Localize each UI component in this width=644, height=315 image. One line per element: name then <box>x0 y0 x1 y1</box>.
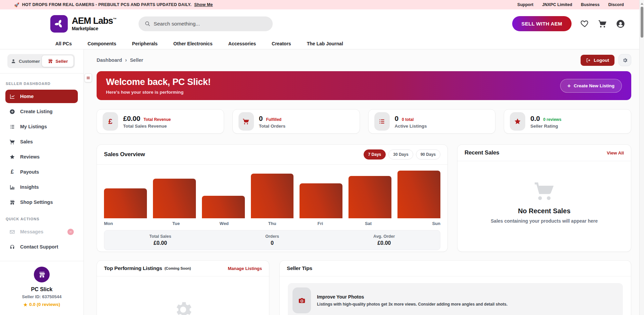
stat-value: 0 <box>395 115 398 123</box>
sidebar-item-contact-support[interactable]: Contact Support <box>5 240 78 254</box>
breadcrumb-seller[interactable]: Seller <box>130 57 143 63</box>
nav-components[interactable]: Components <box>88 41 116 46</box>
scrollbar-thumb[interactable] <box>641 7 643 38</box>
create-new-listing-button[interactable]: + Create New Listing <box>560 79 622 93</box>
plus-icon: + <box>568 83 571 89</box>
chart-bars <box>104 167 440 218</box>
divider <box>0 261 84 261</box>
chart-bar <box>153 179 196 218</box>
x-label: Fri <box>296 221 344 226</box>
search-bar[interactable] <box>139 16 273 31</box>
settings-gear-button[interactable] <box>619 54 631 66</box>
x-label: Sun <box>392 221 440 226</box>
empty-state: No Recent Sales Sales containing your pr… <box>458 161 631 224</box>
toggle-seller-button[interactable]: Seller <box>42 55 73 67</box>
seller-dashboard-label: SELLER DASHBOARD <box>6 82 84 86</box>
sidebar-item-sales[interactable]: Sales <box>5 135 78 148</box>
tip-title: Improve Your Photos <box>317 294 507 300</box>
range-toggle: 7 Days 30 Days 90 Days <box>364 149 440 160</box>
nav-all-pcs[interactable]: All PCs <box>55 41 72 46</box>
logo[interactable]: AEM Labs™ Marketplace <box>50 15 116 33</box>
range-30-days[interactable]: 30 Days <box>388 149 413 160</box>
person-icon <box>11 58 16 64</box>
cart-icon <box>238 112 254 131</box>
brand-logo-icon <box>50 15 68 33</box>
sidebar-item-home[interactable]: Home <box>5 90 78 103</box>
support-link[interactable]: Support <box>517 2 533 7</box>
quick-actions-menu: Messages – Contact Support <box>0 225 84 254</box>
sidebar-item-shop-settings[interactable]: Shop Settings <box>5 195 78 209</box>
chart-bar <box>202 196 245 218</box>
summary-label: Orders <box>216 234 328 239</box>
sidebar-item-insights[interactable]: Insights <box>5 180 78 194</box>
plus-circle-icon <box>9 109 15 115</box>
chart-x-labels: Mon Tue Wed Thu Fri Sat Sun <box>104 221 440 226</box>
stat-card-rating: 0.0 0 reviews Seller Rating <box>504 109 631 134</box>
gear-icon <box>173 299 194 315</box>
sidebar-item-messages[interactable]: Messages – <box>5 225 78 238</box>
stat-tag: 0 reviews <box>543 117 561 122</box>
stat-card-revenue: £ £0.00 Total Revenue Total Sales Revenu… <box>97 109 224 134</box>
discord-link[interactable]: Discord <box>608 2 624 7</box>
range-7-days[interactable]: 7 Days <box>364 149 386 160</box>
role-toggle: Customer Seller <box>7 54 75 68</box>
stat-value: £0.00 <box>123 115 140 123</box>
empty-title: No Recent Sales <box>458 207 631 215</box>
seller-rating: ★ 0.0 (0 reviews) <box>0 302 84 307</box>
seller-tips-card: Seller Tips Improve Your Photos Listings… <box>279 260 631 315</box>
wishlist-heart-icon[interactable] <box>580 19 589 28</box>
stat-card-orders: 0 Fulfilled Total Orders <box>232 109 360 134</box>
stat-value: 0.0 <box>530 115 540 123</box>
sell-with-aem-button[interactable]: SELL WITH AEM <box>512 16 572 31</box>
nav-creators[interactable]: Creators <box>272 41 291 46</box>
sales-overview-card: Sales Overview 7 Days 30 Days 90 Days <box>97 144 448 252</box>
quick-actions-label: QUICK ACTIONS <box>6 217 84 221</box>
x-label: Sat <box>344 221 392 226</box>
range-90-days[interactable]: 90 Days <box>416 149 440 160</box>
search-input[interactable] <box>154 21 266 27</box>
sidebar-item-create-listing[interactable]: Create Listing <box>5 105 78 118</box>
summary-value: £0.00 <box>328 240 440 246</box>
manage-listings-link[interactable]: Manage Listings <box>228 266 262 271</box>
scrollbar-track[interactable] <box>639 0 644 315</box>
view-all-link[interactable]: View All <box>607 150 624 155</box>
sales-bar-chart: Mon Tue Wed Thu Fri Sat Sun <box>97 165 447 226</box>
business-link[interactable]: Business <box>581 2 600 7</box>
sidebar-item-my-listings[interactable]: My Listings <box>5 120 78 133</box>
messages-badge: – <box>67 229 74 235</box>
seller-name: PC Slick <box>0 286 84 292</box>
welcome-banner: Welcome back, PC Slick! Here's how your … <box>97 71 631 100</box>
sidebar-item-reviews[interactable]: Reviews <box>5 150 78 164</box>
recent-sales-title: Recent Sales <box>465 149 499 156</box>
account-icon[interactable] <box>616 19 625 29</box>
summary-value: £0.00 <box>104 240 216 246</box>
show-me-link[interactable]: Show Me <box>194 2 213 7</box>
breadcrumb-dashboard[interactable]: Dashboard <box>97 57 122 63</box>
divider <box>0 73 84 74</box>
tip-description: Listings with high-quality photos get 3x… <box>317 302 507 307</box>
top-listings-card: Top Performing Listings (Coming Soon) Ma… <box>97 260 269 315</box>
sidebar-menu: Home Create Listing My Listings Sales <box>0 90 84 209</box>
avatar[interactable] <box>34 267 50 282</box>
nav-accessories[interactable]: Accessories <box>228 41 256 46</box>
gear-icon <box>622 57 628 63</box>
seller-tips-title: Seller Tips <box>287 265 312 271</box>
recent-sales-card: Recent Sales View All No Recent Sales Sa… <box>457 144 631 252</box>
company-link[interactable]: JNXPC Limited <box>542 2 572 7</box>
nav-peripherals[interactable]: Peripherals <box>132 41 158 46</box>
scroll-up-arrow[interactable] <box>641 3 643 5</box>
stat-tag: Fulfilled <box>266 117 281 122</box>
logout-button[interactable]: Logout <box>581 55 614 66</box>
sidebar-item-payouts[interactable]: £ Payouts <box>5 165 78 179</box>
logo-title: AEM Labs™ <box>72 16 116 26</box>
nav-other-electronics[interactable]: Other Electronics <box>173 41 213 46</box>
list-icon <box>374 112 390 131</box>
coming-soon-label: (Coming Soon) <box>164 266 191 270</box>
hamburger-icon <box>86 76 90 80</box>
chart-bar <box>300 183 342 218</box>
store-icon <box>9 199 15 205</box>
toggle-customer-button[interactable]: Customer <box>9 55 42 67</box>
collapse-sidebar-tab[interactable] <box>85 74 92 82</box>
cart-icon[interactable] <box>598 19 607 28</box>
nav-lab-journal[interactable]: The Lab Journal <box>307 41 343 46</box>
